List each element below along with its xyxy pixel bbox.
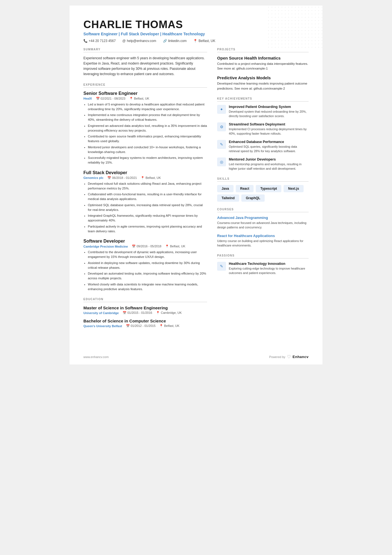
passions-section: PASSIONS ✎ Healthcare Technology Innovat… xyxy=(217,254,309,275)
dots-decoration xyxy=(267,6,322,50)
job-title: Full Stack Developer xyxy=(83,170,207,175)
achievement-item: ✎ Enhanced Database Performance Optimise… xyxy=(217,140,309,154)
skills-label: SKILLS xyxy=(217,177,309,182)
skill-tag: Java xyxy=(217,185,234,192)
job-location: 📍Belfast, UK xyxy=(129,97,149,100)
project-desc: Contributed to a project enhancing data … xyxy=(217,61,309,71)
phone-contact: 📞 +44 20 7123 4567 xyxy=(83,39,116,43)
skill-tag: Next.js xyxy=(284,185,303,192)
bullet-item: Integrated GraphQL frameworks, significa… xyxy=(88,213,207,223)
skill-tag: React xyxy=(236,185,254,192)
edu-meta: University of Cambridge 📅01/2015 - 01/20… xyxy=(83,311,207,315)
footer: www.enhancv.com Powered by ♡ Enhancv xyxy=(83,354,309,359)
achievement-icon: ✦ xyxy=(217,105,226,114)
edu-school: University of Cambridge xyxy=(83,311,119,315)
edu-school: Queen's University Belfast xyxy=(83,324,122,328)
education-section: EDUCATION Master of Science in Software … xyxy=(83,298,207,328)
passion-title: Healthcare Technology Innovation xyxy=(229,262,309,266)
edu-degree: Bachelor of Science in Computer Science xyxy=(83,319,207,323)
phone-value: +44 20 7123 4567 xyxy=(89,39,116,43)
passions-label: PASSIONS xyxy=(217,254,309,258)
skills-section: SKILLS Java React Typescript Next.js Tai… xyxy=(217,177,309,202)
education-label: EDUCATION xyxy=(83,298,207,302)
resume-page: CHARLIE THOMAS Software Engineer | Full … xyxy=(70,6,322,364)
experience-section: EXPERIENCE Senior Software Engineer Heal… xyxy=(83,83,207,292)
achievement-content: Enhanced Database Performance Optimised … xyxy=(229,140,309,154)
project-title: Predictive Analysis Models xyxy=(217,75,309,80)
footer-brand: Powered by ♡ Enhancv xyxy=(269,354,309,359)
edu-degree: Master of Science in Software Engineerin… xyxy=(83,305,207,310)
email-value: help@enhancv.com xyxy=(127,39,156,43)
job-company: Cambridge Precision Medicine xyxy=(83,245,128,248)
right-column: PROJECTS Open Source Health Informatics … xyxy=(217,48,309,334)
course-desc: Udemy course on building and optimizing … xyxy=(217,239,309,248)
job-company: Genomics plc xyxy=(83,176,103,179)
achievement-title: Improved Patient Onboarding System xyxy=(229,105,309,109)
edu-item: Bachelor of Science in Computer Science … xyxy=(83,319,207,328)
achievement-icon: ⚙ xyxy=(217,122,226,131)
passion-item: ✎ Healthcare Technology Innovation Explo… xyxy=(217,262,309,275)
job-meta: Cambridge Precision Medicine 📅09/2016 - … xyxy=(83,245,207,248)
projects-section: PROJECTS Open Source Health Informatics … xyxy=(217,48,309,91)
skill-tag: Typescript xyxy=(256,185,281,192)
enhancv-heart-icon: ♡ xyxy=(287,354,291,359)
linkedin-value: linkedin.com xyxy=(168,39,187,43)
bullet-item: Assisted in deploying new software updat… xyxy=(88,261,207,270)
job-meta: HealX 📅02/2021 - 08/2023 📍Belfast, UK xyxy=(83,97,207,100)
bullet-item: Engineered an advanced data analytics to… xyxy=(88,124,207,133)
passion-desc: Exploring cutting-edge technology to imp… xyxy=(229,266,309,275)
achievement-desc: Optimised SQL queries, significantly boo… xyxy=(229,144,309,154)
summary-label: SUMMARY xyxy=(83,48,207,52)
achievement-icon: ◎ xyxy=(217,157,226,166)
summary-text: Experienced software engineer with 5 yea… xyxy=(83,56,207,77)
achievement-title: Enhanced Database Performance xyxy=(229,140,309,144)
bullet-item: Participated actively in agile ceremonie… xyxy=(88,224,207,234)
job-company: HealX xyxy=(83,97,92,100)
courses-section: COURSES Advanced Java Programming Course… xyxy=(217,208,309,248)
achievement-title: Mentored Junior Developers xyxy=(229,157,309,161)
achievement-item: ◎ Mentored Junior Developers Led mentors… xyxy=(217,157,309,171)
bullet-item: Developed an automated testing suite, im… xyxy=(88,271,207,281)
job-location: 📍Belfast, UK xyxy=(141,176,161,180)
edu-location: 📍Cambridge, UK xyxy=(156,311,182,315)
achievement-content: Streamlined Software Deployment Implemen… xyxy=(229,122,309,136)
enhancv-logo: Enhancv xyxy=(292,355,309,359)
powered-by-text: Powered by xyxy=(269,355,285,359)
project-item: Open Source Health Informatics Contribut… xyxy=(217,56,309,71)
linkedin-contact: 🔗 linkedin.com xyxy=(163,39,187,43)
project-item: Predictive Analysis Models Developed mac… xyxy=(217,75,309,91)
bullet-item: Led a team of 5 engineers to develop a h… xyxy=(88,102,207,112)
bullet-item: Mentored junior developers and conducted… xyxy=(88,145,207,155)
job-meta: Genomics plc 📅06/2018 - 01/2021 📍Belfast… xyxy=(83,176,207,180)
achievement-icon: ✎ xyxy=(217,140,226,149)
job-item: Full Stack Developer Genomics plc 📅06/20… xyxy=(83,170,207,234)
job-item: Software Developer Cambridge Precision M… xyxy=(83,239,207,292)
skills-grid: Java React Typescript Next.js Tailwind G… xyxy=(217,185,309,202)
bullet-item: Worked closely with data scientists to i… xyxy=(88,282,207,292)
edu-item: Master of Science in Software Engineerin… xyxy=(83,305,207,315)
achievement-desc: Led mentorship programs and workshops, r… xyxy=(229,162,309,171)
footer-website: www.enhancv.com xyxy=(83,355,109,359)
linkedin-icon: 🔗 xyxy=(163,39,167,43)
course-title: React for Healthcare Applications xyxy=(217,234,309,238)
bullet-item: Successfully migrated legacy systems to … xyxy=(88,156,207,165)
location-value: Belfast, UK xyxy=(199,39,215,43)
job-dates: 📅02/2021 - 08/2023 xyxy=(96,97,125,100)
bullet-item: Contributed to open source health inform… xyxy=(88,134,207,144)
skill-tag: Tailwind xyxy=(217,194,239,202)
job-dates: 📅09/2016 - 05/2018 xyxy=(132,245,161,248)
job-bullets: Led a team of 5 engineers to develop a h… xyxy=(83,102,207,165)
passion-content: Healthcare Technology Innovation Explori… xyxy=(229,262,309,275)
edu-location: 📍Belfast, UK xyxy=(159,324,179,328)
achievement-desc: Implemented CI processes reducing deploy… xyxy=(229,127,309,136)
course-item: Advanced Java Programming Coursera cours… xyxy=(217,216,309,230)
skill-tag: GraphQL xyxy=(241,194,265,202)
email-icon: @ xyxy=(122,39,126,43)
passion-icon: ✎ xyxy=(217,262,226,271)
course-title: Advanced Java Programming xyxy=(217,216,309,220)
bullet-item: Optimised SQL database queries, increasi… xyxy=(88,203,207,213)
location-icon: 📍 xyxy=(193,39,197,43)
achievement-desc: Developed system that reduced onboarding… xyxy=(229,109,309,119)
job-bullets: Contributed to the development of dynami… xyxy=(83,250,207,292)
achievements-section: KEY ACHIEVEMENTS ✦ Improved Patient Onbo… xyxy=(217,97,309,171)
